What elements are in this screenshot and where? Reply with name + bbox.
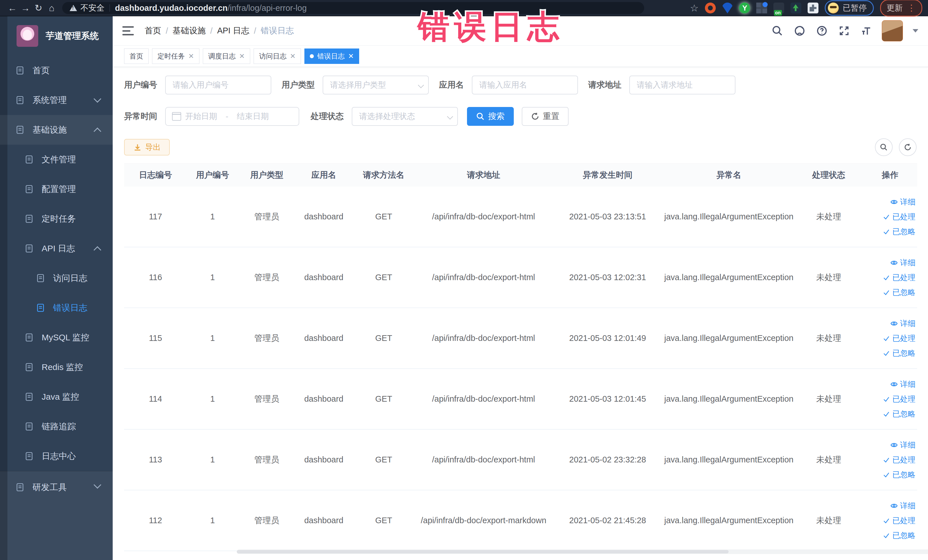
breadcrumb-item[interactable]: 首页 — [145, 25, 161, 37]
search-icon[interactable] — [771, 24, 784, 38]
view-tab[interactable]: 定时任务 ✕ — [152, 49, 199, 64]
view-tab[interactable]: 访问日志 ✕ — [253, 49, 301, 64]
sidebar-item[interactable]: Redis 监控 — [0, 352, 113, 382]
export-button[interactable]: 导出 — [124, 139, 170, 156]
url-cell: /api/infra/db-doc/export-html — [415, 334, 552, 343]
user-id-label: 用户编号 — [124, 79, 157, 91]
breadcrumb-item[interactable]: 基础设施 — [172, 25, 206, 37]
bookmark-star-icon[interactable]: ☆ — [690, 2, 699, 14]
sidebar-toggle-icon[interactable] — [122, 25, 135, 37]
extension-icon[interactable] — [722, 3, 733, 14]
reset-button[interactable]: 重置 — [522, 107, 569, 126]
ignored-link[interactable]: 已忽略 — [883, 287, 916, 298]
reload-icon[interactable]: ↻ — [32, 2, 45, 15]
sidebar-item[interactable]: API 日志 — [0, 233, 113, 263]
fullscreen-icon[interactable] — [837, 24, 851, 38]
sidebar-item[interactable]: 访问日志 — [0, 263, 113, 293]
ignored-link[interactable]: 已忽略 — [883, 348, 916, 358]
close-icon[interactable]: ✕ — [239, 52, 245, 60]
extension-icon[interactable] — [756, 3, 767, 14]
sidebar-item[interactable]: 日志中心 — [0, 441, 113, 471]
user-id-input[interactable] — [165, 76, 271, 95]
processed-link[interactable]: 已处理 — [883, 455, 916, 465]
tags-view-bar: 首页 定时任务 ✕ 调度日志 ✕ 访问日志 — [113, 46, 928, 67]
sidebar-item[interactable]: 首页 — [0, 56, 113, 85]
ignored-link[interactable]: 已忽略 — [883, 470, 916, 480]
app-name-input[interactable] — [472, 76, 578, 95]
time-cell: 2021-05-03 23:13:51 — [552, 212, 663, 221]
browser-chrome: ← → ↻ ⌂ 不安全 dashboard.yudao.iocoder.cn /… — [0, 0, 928, 16]
sidebar-item[interactable]: 配置管理 — [0, 174, 113, 204]
sidebar-item-label: API 日志 — [42, 243, 75, 255]
breadcrumb-item[interactable]: API 日志 — [217, 25, 249, 37]
request-url-field[interactable] — [636, 80, 729, 90]
url-bar[interactable]: 不安全 dashboard.yudao.iocoder.cn /infra/lo… — [62, 2, 644, 14]
processed-link[interactable]: 已处理 — [883, 333, 916, 343]
processed-link[interactable]: 已处理 — [883, 272, 916, 283]
detail-link[interactable]: 详细 — [890, 379, 916, 389]
forward-icon[interactable]: → — [19, 2, 32, 15]
user-type-cell: 管理员 — [238, 394, 295, 405]
toggle-search-button[interactable] — [875, 138, 893, 156]
sidebar-item[interactable]: 系统管理 — [0, 85, 113, 115]
horizontal-scrollbar[interactable] — [237, 549, 928, 554]
view-tab[interactable]: 调度日志 ✕ — [203, 49, 250, 64]
process-status-select[interactable] — [352, 107, 458, 126]
home-icon[interactable]: ⌂ — [45, 2, 58, 15]
detail-link[interactable]: 详细 — [890, 500, 916, 511]
sidebar-item[interactable]: Java 监控 — [0, 382, 113, 412]
request-url-input[interactable] — [629, 76, 736, 95]
processed-link[interactable]: 已处理 — [883, 516, 916, 526]
breadcrumb: 首页 / 基础设施 / API 日志 / 错误日志 — [145, 25, 294, 37]
app-name-field[interactable] — [479, 80, 571, 90]
active-dot — [310, 54, 314, 58]
extension-icon[interactable] — [739, 3, 750, 14]
sidebar-item[interactable]: 基础设施 — [0, 115, 113, 145]
profile-paused-button[interactable]: 已暂停 — [825, 0, 874, 16]
extension-icon[interactable] — [773, 3, 784, 14]
ignored-link[interactable]: 已忽略 — [883, 226, 916, 237]
detail-link[interactable]: 详细 — [890, 258, 916, 268]
extension-icon[interactable] — [705, 3, 716, 14]
trace-icon — [23, 421, 35, 432]
close-icon[interactable]: ✕ — [348, 52, 354, 60]
ignored-link[interactable]: 已忽略 — [883, 409, 916, 419]
detail-link[interactable]: 详细 — [890, 197, 916, 207]
refresh-icon — [531, 112, 539, 121]
refresh-button[interactable] — [899, 138, 917, 156]
processed-link[interactable]: 已处理 — [883, 212, 916, 222]
extensions-puzzle-icon[interactable] — [807, 3, 818, 14]
scrollbar-thumb[interactable] — [237, 550, 729, 554]
search-button[interactable]: 搜索 — [467, 107, 514, 126]
user-type-select[interactable] — [323, 76, 429, 95]
sidebar-item[interactable]: MySQL 监控 — [0, 323, 113, 352]
user-id-field[interactable] — [172, 80, 264, 90]
sidebar-item[interactable]: 文件管理 — [0, 145, 113, 174]
detail-link[interactable]: 详细 — [890, 440, 916, 450]
sidebar-item[interactable]: 研发工具 — [0, 471, 113, 503]
close-icon[interactable]: ✕ — [290, 52, 296, 60]
user-type-field[interactable] — [330, 80, 422, 90]
processed-link[interactable]: 已处理 — [883, 394, 916, 404]
view-tab[interactable]: 首页 — [124, 49, 149, 64]
update-button[interactable]: 更新 ⋮ — [880, 0, 922, 17]
sidebar-item[interactable]: 链路追踪 — [0, 412, 113, 441]
back-icon[interactable]: ← — [6, 2, 19, 15]
user-avatar[interactable] — [882, 20, 903, 41]
detail-link[interactable]: 详细 — [890, 318, 916, 329]
view-tab[interactable]: 错误日志 ✕ — [304, 49, 359, 64]
sidebar-logo-row[interactable]: 芋道管理系统 — [0, 16, 113, 56]
help-icon[interactable] — [815, 24, 829, 38]
process-status-field[interactable] — [359, 111, 451, 121]
date-range-picker[interactable]: 开始日期 - 结束日期 — [165, 107, 299, 126]
github-icon[interactable] — [793, 24, 806, 38]
sidebar-item[interactable]: 错误日志 — [0, 293, 113, 323]
caret-down-icon[interactable] — [913, 29, 918, 32]
close-icon[interactable]: ✕ — [188, 52, 194, 60]
sidebar-item[interactable]: 定时任务 — [0, 204, 113, 233]
menu-dots-icon[interactable]: ⋮ — [907, 4, 916, 12]
font-size-icon[interactable] — [859, 24, 873, 38]
ignored-link[interactable]: 已忽略 — [883, 530, 916, 540]
user-type-cell: 管理员 — [238, 515, 295, 526]
extension-icon[interactable] — [791, 3, 801, 14]
